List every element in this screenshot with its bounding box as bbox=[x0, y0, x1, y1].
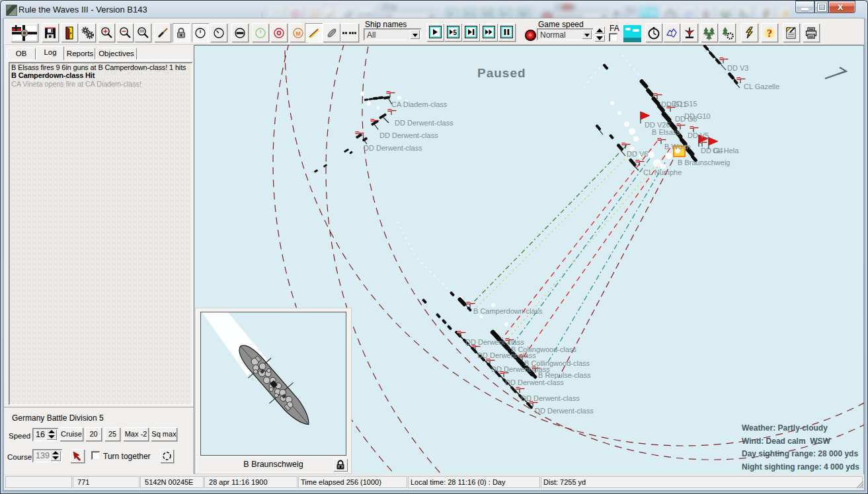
svg-text:5: 5 bbox=[470, 11, 474, 18]
svg-text:B Collingwood-class: B Collingwood-class bbox=[511, 345, 577, 353]
svg-text:DD V6: DD V6 bbox=[627, 150, 648, 158]
svg-text:M: M bbox=[312, 12, 317, 18]
svg-text:DD Derwent-class: DD Derwent-class bbox=[379, 131, 438, 139]
svg-text:DD Derwent-class: DD Derwent-class bbox=[521, 394, 580, 402]
svg-text:Wind: Dead calm WSW: Wind: Dead calm WSW bbox=[742, 437, 831, 446]
svg-text:?: ? bbox=[783, 9, 789, 18]
svg-text:Weather: Partly cloudy: Weather: Partly cloudy bbox=[742, 423, 828, 433]
svg-text:Day sighting range: 28 000 yds: Day sighting range: 28 000 yds bbox=[742, 449, 858, 458]
svg-text:CL Numphe: CL Numphe bbox=[643, 168, 682, 176]
svg-text:DD G10: DD G10 bbox=[684, 112, 711, 120]
svg-text:CL Hela: CL Hela bbox=[713, 147, 739, 155]
svg-text:B Camperdown-class: B Camperdown-class bbox=[473, 307, 543, 315]
svg-text:DD Derwent-class: DD Derwent-class bbox=[505, 378, 564, 386]
svg-text:DD S15: DD S15 bbox=[672, 100, 697, 108]
svg-text:DD V5: DD V5 bbox=[688, 131, 709, 139]
svg-text:CL Gazelle: CL Gazelle bbox=[744, 83, 779, 90]
svg-text:DD Derwent-class: DD Derwent-class bbox=[535, 407, 594, 415]
svg-text:DD Derwent-class: DD Derwent-class bbox=[395, 119, 454, 127]
svg-text:DD Derwent-class: DD Derwent-class bbox=[364, 144, 422, 152]
svg-text:M: M bbox=[296, 30, 301, 36]
svg-text:Night sighting range: 4 000 yd: Night sighting range: 4 000 yds bbox=[742, 462, 859, 472]
svg-text:CA Diadem-class: CA Diadem-class bbox=[391, 100, 448, 108]
svg-text:5: 5 bbox=[454, 29, 457, 36]
svg-text:Paused: Paused bbox=[477, 66, 526, 80]
svg-text:B Collingwood-class: B Collingwood-class bbox=[524, 359, 590, 367]
svg-text:B Braunschweig: B Braunschweig bbox=[678, 159, 730, 166]
svg-text:B Wörth: B Wörth bbox=[664, 143, 691, 151]
svg-text:?: ? bbox=[767, 27, 772, 38]
svg-text:DD V3: DD V3 bbox=[727, 64, 748, 72]
svg-text:B Elsass: B Elsass bbox=[652, 128, 680, 136]
svg-text:B Repulse-class: B Repulse-class bbox=[538, 371, 591, 379]
